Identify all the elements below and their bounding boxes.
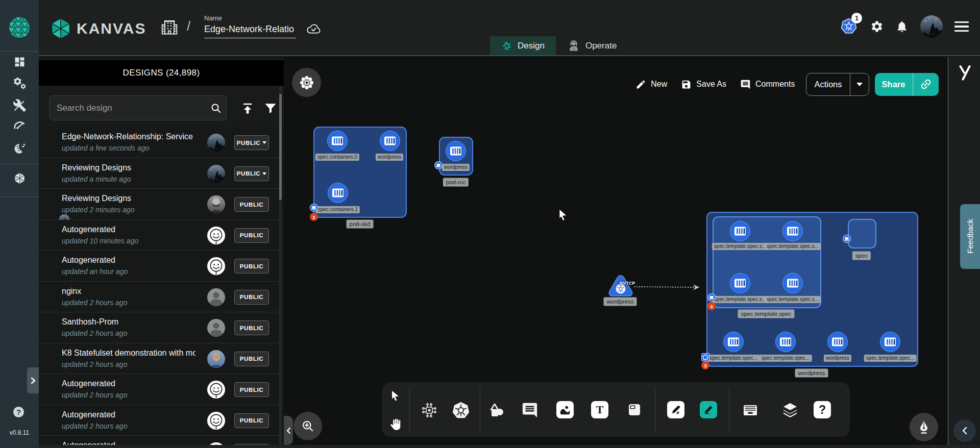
visibility-select[interactable]: PUBLIC — [234, 166, 269, 181]
kanvas-icon[interactable] — [11, 170, 28, 186]
visibility-select[interactable]: PUBLIC — [234, 290, 269, 305]
design-list-item[interactable]: Reviewing Designs updated a minute ago P… — [39, 158, 284, 189]
design-list-item[interactable]: Autogenerated updated 2 hours ago PUBLIC — [39, 374, 284, 405]
search-icon[interactable] — [206, 102, 226, 114]
design-list-item[interactable]: Autogenerated updated an hour ago PUBLIC — [39, 251, 284, 282]
container-node[interactable] — [782, 273, 803, 293]
collapse-panel-button[interactable] — [284, 416, 293, 445]
container-node[interactable] — [730, 221, 750, 241]
visibility-select[interactable]: PUBLIC — [234, 320, 269, 335]
menu-hamburger-icon[interactable] — [954, 21, 969, 32]
tools-icon[interactable] — [11, 97, 28, 113]
pen-tool[interactable] — [667, 401, 684, 418]
designs-scrollbar[interactable] — [279, 86, 282, 448]
select-cursor-tool[interactable] — [389, 390, 401, 402]
pen-mode-button[interactable] — [910, 413, 938, 441]
kubernetes-tool[interactable] — [451, 401, 471, 420]
design-list-item[interactable]: Autogenerated updated 10 minutes ago PUB… — [39, 220, 284, 251]
container-node[interactable] — [730, 273, 750, 293]
visibility-select[interactable]: PUBLIC — [234, 352, 269, 366]
pan-hand-tool[interactable] — [388, 418, 402, 431]
organization-icon[interactable] — [160, 17, 179, 39]
search-design-input[interactable] — [50, 103, 206, 113]
pod-badge-icon[interactable] — [310, 204, 318, 212]
design-list-item[interactable]: Santhosh-Prom updated 2 hours ago PUBLIC — [39, 312, 284, 343]
upload-design-icon[interactable] — [240, 101, 255, 115]
container-node[interactable] — [827, 332, 848, 352]
layers-tool[interactable] — [781, 401, 799, 419]
help-icon[interactable]: ? — [13, 407, 24, 417]
breadcrumb-separator: / — [187, 18, 190, 34]
design-list-item[interactable]: nginx updated 2 hours ago PUBLIC — [39, 282, 284, 313]
layer5-logo[interactable] — [8, 16, 31, 39]
expand-sidebar-button[interactable] — [27, 367, 39, 393]
brand-text: KANVAS — [77, 20, 146, 37]
canvas-action-row: New Save As Comments Actions Share — [635, 72, 939, 96]
design-name-input[interactable] — [204, 22, 296, 38]
note-tool[interactable] — [626, 401, 643, 418]
actions-dropdown[interactable]: Actions — [806, 73, 869, 96]
design-list-item[interactable]: Edge-Network-Relationship: Service updat… — [39, 127, 284, 158]
help-tool[interactable]: ? — [814, 401, 831, 418]
container-node[interactable] — [328, 183, 348, 203]
save-as-button[interactable]: Save As — [681, 79, 726, 90]
toolkit-icon[interactable] — [11, 75, 28, 91]
node-label: spec.template.spec.s... — [765, 296, 821, 303]
tab-operate[interactable]: Operate — [556, 36, 628, 55]
tab-design[interactable]: Design — [490, 36, 556, 55]
actions-label: Actions — [806, 80, 849, 89]
container-node[interactable] — [446, 141, 466, 161]
kubernetes-context-fab[interactable] — [292, 68, 321, 97]
pod-badge-icon[interactable] — [434, 161, 443, 169]
container-node[interactable] — [880, 332, 900, 352]
container-node[interactable] — [723, 332, 744, 352]
visibility-select[interactable]: PUBLIC — [234, 197, 269, 212]
template-spec-group[interactable] — [713, 216, 821, 308]
open-right-panel-button[interactable] — [953, 419, 976, 442]
image-tool[interactable] — [556, 401, 574, 418]
api-tool[interactable] — [421, 402, 438, 419]
comments-button[interactable]: Comments — [740, 79, 795, 90]
design-title: K8 Statefulset demonstration with mo — [62, 349, 195, 358]
filter-designs-icon[interactable] — [263, 101, 278, 115]
design-canvas[interactable]: New Save As Comments Actions Share spec.… — [284, 57, 947, 448]
dashboard-icon[interactable] — [11, 54, 28, 70]
new-design-button[interactable]: New — [635, 79, 667, 90]
visibility-select[interactable]: PUBLIC — [234, 259, 269, 273]
error-count-badge[interactable]: 2 — [310, 213, 318, 221]
container-node[interactable] — [380, 131, 400, 151]
shapes-tool[interactable] — [487, 401, 506, 419]
bottom-scroll-strip[interactable] — [39, 445, 980, 448]
pod-badge-icon[interactable] — [707, 293, 716, 302]
visibility-select[interactable]: PUBLIC — [234, 382, 269, 397]
drawer-tool[interactable] — [741, 401, 760, 419]
error-count-badge[interactable]: 3 — [707, 302, 716, 310]
container-node[interactable] — [782, 221, 803, 241]
comment-tool[interactable] — [521, 402, 538, 419]
error-count-badge[interactable]: 3 — [701, 361, 709, 369]
design-list-item[interactable]: K8 Statefulset demonstration with mo upd… — [39, 343, 284, 375]
spec-group[interactable] — [848, 219, 876, 248]
zoom-in-button[interactable] — [293, 412, 322, 440]
feedback-button[interactable]: Feedback — [960, 204, 980, 269]
visibility-select[interactable]: PUBLIC — [234, 135, 269, 150]
adapters-icon[interactable] — [11, 140, 28, 156]
performance-icon[interactable] — [11, 117, 28, 134]
deployment-badge-icon[interactable] — [701, 353, 709, 361]
design-list-item[interactable]: Autogenerated updated 2 hours ago PUBLIC — [39, 405, 284, 436]
sketch-tool[interactable] — [700, 401, 717, 418]
text-tool[interactable]: T — [591, 401, 608, 418]
kubernetes-context-button[interactable]: 1 — [840, 17, 859, 36]
edge-port-label: 80/TCP — [618, 280, 638, 287]
notifications-bell-icon[interactable] — [895, 20, 909, 33]
user-avatar[interactable] — [920, 15, 943, 38]
container-node[interactable] — [775, 332, 796, 352]
design-list-item[interactable]: Reviewing Designs updated 2 minutes ago … — [39, 189, 284, 220]
kanvas-logo[interactable]: KANVAS — [49, 17, 146, 40]
pod-badge-icon[interactable] — [843, 235, 851, 243]
share-button[interactable]: Share — [875, 73, 939, 96]
settings-gear-icon[interactable] — [870, 20, 884, 33]
visibility-select[interactable]: PUBLIC — [234, 228, 269, 243]
container-node[interactable] — [327, 131, 348, 151]
visibility-select[interactable]: PUBLIC — [234, 413, 269, 428]
